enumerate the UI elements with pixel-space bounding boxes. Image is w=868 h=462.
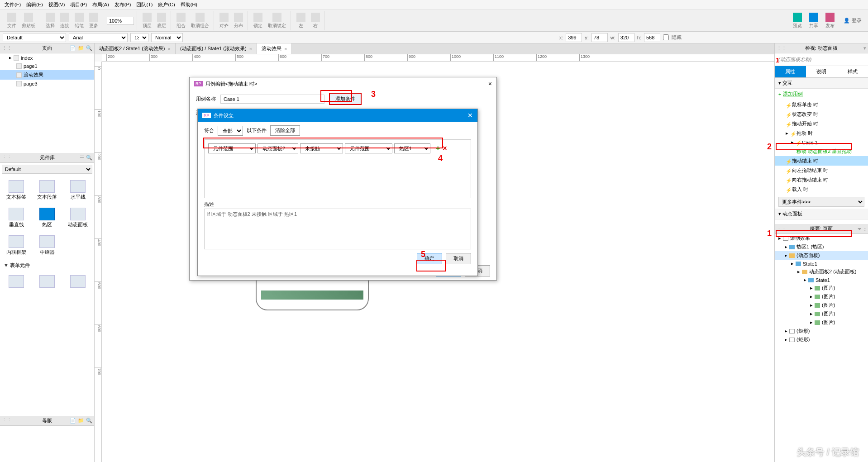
widget-hotspot[interactable]: 热区 [33,205,62,231]
clipboard-button[interactable]: 剪贴板 [20,12,37,30]
dp-section[interactable]: ▾ 动态面板 [775,209,868,219]
cond-dialog-close[interactable]: ✕ [467,112,473,119]
clear-all-button[interactable]: 清除全部 [270,125,300,136]
lock-button[interactable]: 锁定 [252,12,264,30]
add-master-icon[interactable]: 📄 [70,418,76,424]
pen-button[interactable]: 铅笔 [73,12,86,30]
form-widgets-header[interactable]: ▼ 表单元件 [0,260,94,271]
widgets-menu-icon[interactable]: ☰ [80,155,84,161]
menu-account[interactable]: 账户(C) [155,1,177,8]
add-condition-button[interactable]: 添加条件 [329,93,362,105]
front-button[interactable]: 顶层 [141,12,153,30]
tab-dp-state1[interactable]: (动态面板) / State1 (滚动效果)× [176,43,257,54]
unlock-button[interactable]: 取消锁定 [266,12,288,30]
back-button[interactable]: 底层 [155,12,168,30]
case-name-input[interactable] [220,95,324,104]
widget-dynamic-panel[interactable]: 动态面板 [63,205,92,231]
right-button[interactable]: 右 [309,12,322,30]
menu-publish[interactable]: 发布(P) [112,1,134,8]
left-button[interactable]: 左 [295,12,307,30]
menu-team[interactable]: 团队(T) [134,1,155,8]
add-folder-icon[interactable]: 📁 [78,45,84,51]
cond-value-select[interactable]: 热区1 [394,143,430,153]
tab-style[interactable]: 样式 [837,66,868,77]
event-state-change[interactable]: ⚡状态改变 时 [775,110,868,119]
tab-scroll-effect[interactable]: 滚动效果× [257,43,292,54]
file-button[interactable]: 文件 [5,12,18,30]
distribute-button[interactable]: 分布 [232,12,245,30]
cond-type-select[interactable]: 元件范围 [208,143,256,153]
zoom-select[interactable] [107,17,134,25]
align-button[interactable]: 对齐 [218,12,230,30]
tab-notes[interactable]: 说明 [806,66,837,77]
preview-button[interactable]: 预览 [791,12,804,30]
add-condition-icon[interactable]: + [436,144,440,152]
outline-item[interactable]: ▸(图片) [775,310,868,318]
widget-form3[interactable] [63,272,92,291]
event-drag-end[interactable]: ⚡拖动结束 时 [775,156,868,166]
outline-item[interactable]: ▸(图片) [775,284,868,292]
cond-widget-select[interactable]: 动态面板2 [258,143,298,153]
tab-close-icon[interactable]: × [249,46,252,52]
hide-checkbox[interactable] [663,34,669,40]
login-button[interactable]: 👤登录 [840,15,865,26]
cond-value-type-select[interactable]: 元件范围 [345,143,392,153]
event-load[interactable]: ⚡载入 时 [775,185,868,194]
outline-item[interactable]: ▸(图片) [775,318,868,327]
cond-cancel-button[interactable]: 取消 [446,253,471,264]
tab-close-icon[interactable]: × [167,46,170,52]
cond-ok-button[interactable]: 确定 [417,253,442,264]
connect-button[interactable]: 连接 [58,12,71,30]
more-button[interactable]: 更多 [87,12,100,30]
widget-paragraph[interactable]: 文本段落 [33,177,62,203]
widgets-search-icon[interactable]: 🔍 [86,155,92,161]
event-case1[interactable]: ▸⚡Case 1 [775,138,868,147]
outline-item[interactable]: ▸动态面板2 (动态面板) [775,267,868,276]
page-scroll-effect[interactable]: 滚动效果 [0,70,94,80]
widget-form1[interactable] [2,272,31,291]
event-drag[interactable]: ▸⚡拖动 时 [775,129,868,138]
master-folder-icon[interactable]: 📁 [78,418,84,424]
menu-file[interactable]: 文件(F) [2,1,24,8]
outline-item[interactable]: ▸(图片) [775,292,868,301]
remove-condition-icon[interactable]: × [443,144,447,152]
share-button[interactable]: 共享 [807,12,820,30]
outline-item[interactable]: ▸(矩形) [775,335,868,344]
interaction-section[interactable]: ▾ 交互 [775,78,868,89]
menu-view[interactable]: 视图(V) [46,1,68,8]
widget-repeater[interactable]: 中继器 [33,233,62,258]
outline-item[interactable]: ▸热区1 (热区) [775,243,868,251]
widget-iframe[interactable]: 内联框架 [2,233,31,258]
menu-edit[interactable]: 编辑(E) [24,1,46,8]
canvas-image[interactable] [261,291,363,300]
outline-item[interactable]: ▸(矩形) [775,327,868,335]
tab-dp2-state1[interactable]: 动态面板2 / State1 (滚动效果)× [95,43,176,54]
page-page1[interactable]: page1 [0,62,94,70]
case-dialog-close[interactable]: × [488,80,492,87]
widget-vline[interactable]: 垂直线 [2,205,31,231]
fontsize-select[interactable]: 13 [130,33,148,42]
x-input[interactable] [566,33,582,42]
select-button[interactable]: 选择 [44,12,57,30]
y-input[interactable] [591,33,608,42]
tab-properties[interactable]: 属性 [775,66,806,77]
event-drag-right-end[interactable]: ⚡向右拖动结束 时 [775,175,868,185]
tab-close-icon[interactable]: × [284,46,287,52]
h-input[interactable] [644,33,660,42]
widget-hline[interactable]: 水平线 [63,177,92,203]
more-events-select[interactable]: 更多事件>>> [778,197,864,207]
outline-item[interactable]: ▸State1 [775,260,868,267]
menu-arrange[interactable]: 布局(A) [90,1,112,8]
widget-label[interactable]: 文本标签 [2,177,31,203]
cond-operator-select[interactable]: 未接触 [300,143,343,153]
widget-form2[interactable] [33,272,62,291]
page-index[interactable]: ▸index [0,53,94,62]
outline-item[interactable]: ▸(动态面板) [775,251,868,260]
event-drag-start[interactable]: ⚡拖动开始 时 [775,119,868,129]
widget-library-select[interactable]: Default [2,165,92,174]
page-page3[interactable]: page3 [0,80,94,88]
widget-name-input[interactable]: (动态面板名称) [775,53,868,66]
add-page-icon[interactable]: 📄 [70,45,76,51]
search-icon[interactable]: 🔍 [86,45,92,51]
outline-item[interactable]: ▸(图片) [775,301,868,310]
